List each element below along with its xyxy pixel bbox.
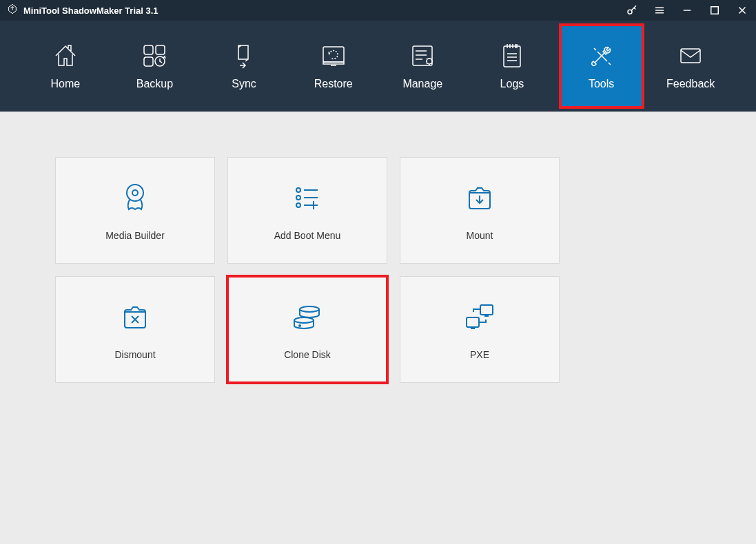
tool-pxe[interactable]: PXE (400, 276, 560, 383)
svg-rect-2 (144, 45, 153, 54)
tool-add-boot-menu[interactable]: Add Boot Menu (227, 157, 387, 264)
sync-icon (230, 42, 258, 70)
mount-icon (462, 180, 497, 215)
pxe-icon (462, 300, 497, 334)
minimize-icon[interactable] (680, 3, 694, 17)
tool-label: Dismount (114, 349, 155, 360)
nav-label: Restore (314, 78, 353, 90)
backup-icon (141, 42, 168, 70)
svg-point-11 (127, 185, 143, 201)
nav-logs[interactable]: Logs (471, 25, 553, 107)
tool-dismount[interactable]: Dismount (55, 276, 215, 383)
svg-rect-10 (681, 49, 700, 63)
svg-point-0 (628, 10, 632, 14)
svg-rect-19 (480, 305, 493, 315)
tool-label: Mount (467, 230, 493, 241)
nav-label: Tools (589, 78, 614, 90)
menu-icon[interactable] (653, 3, 666, 17)
close-icon[interactable] (735, 3, 749, 17)
nav-label: Sync (232, 78, 256, 90)
svg-rect-9 (504, 46, 520, 67)
tool-clone-disk[interactable]: Clone Disk (227, 276, 387, 383)
tool-label: Add Boot Menu (274, 230, 341, 241)
svg-rect-7 (413, 46, 432, 65)
nav-tools[interactable]: Tools (560, 25, 643, 107)
svg-rect-6 (323, 47, 344, 62)
manage-icon (409, 42, 436, 70)
tool-mount[interactable]: Mount (400, 157, 560, 264)
feedback-icon (677, 42, 704, 70)
nav-label: Logs (500, 78, 524, 90)
svg-point-12 (132, 190, 138, 196)
tool-media-builder[interactable]: Media Builder (55, 157, 215, 264)
svg-point-17 (294, 317, 314, 323)
tool-label: PXE (470, 349, 489, 360)
logs-icon (498, 42, 526, 70)
nav-home[interactable]: Home (24, 25, 107, 107)
dismount-icon (118, 300, 152, 334)
nav-feedback[interactable]: Feedback (649, 25, 732, 107)
media-builder-icon (118, 180, 152, 215)
svg-point-15 (296, 203, 300, 207)
app-logo-icon (7, 3, 18, 17)
svg-point-14 (296, 196, 300, 200)
svg-rect-20 (467, 317, 479, 327)
nav-sync[interactable]: Sync (203, 25, 285, 107)
svg-rect-4 (144, 57, 153, 66)
nav-backup[interactable]: Backup (113, 25, 196, 107)
maximize-icon[interactable] (708, 3, 722, 17)
nav-manage[interactable]: Manage (381, 25, 464, 107)
tools-content: Media Builder Add Boot Menu Mount Dismou… (0, 112, 756, 428)
titlebar: MiniTool ShadowMaker Trial 3.1 (0, 0, 756, 21)
add-boot-menu-icon (290, 180, 325, 215)
svg-point-16 (300, 306, 319, 312)
key-icon[interactable] (625, 3, 639, 17)
main-nav: Home Backup Sync Restore Manage Logs T (0, 21, 756, 112)
nav-label: Manage (402, 78, 442, 90)
app-title: MiniTool ShadowMaker Trial 3.1 (23, 6, 159, 16)
tool-label: Clone Disk (284, 349, 331, 360)
tool-label: Media Builder (105, 230, 165, 241)
svg-point-8 (427, 59, 432, 64)
nav-restore[interactable]: Restore (292, 25, 375, 107)
nav-label: Backup (136, 78, 173, 90)
svg-rect-3 (156, 45, 165, 54)
svg-point-18 (298, 324, 301, 327)
nav-label: Feedback (666, 78, 715, 90)
nav-label: Home (50, 78, 80, 90)
svg-rect-1 (711, 7, 719, 14)
restore-icon (320, 42, 347, 70)
clone-disk-icon (290, 300, 325, 334)
svg-point-13 (296, 188, 300, 192)
tools-icon (588, 42, 615, 70)
home-icon (52, 42, 79, 70)
